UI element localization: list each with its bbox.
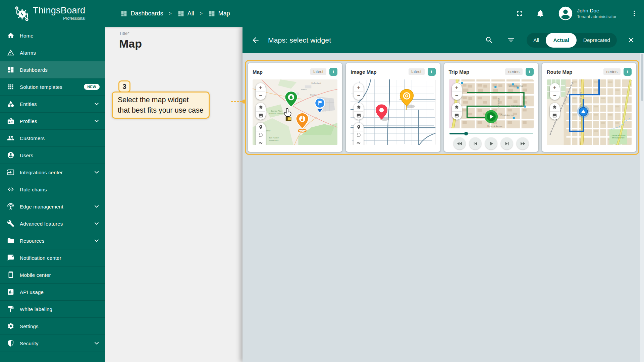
dashboards-icon	[208, 10, 215, 17]
map-control-pill	[256, 123, 266, 145]
layers-icon	[550, 104, 559, 111]
sidebar-item-label: Advanced features	[20, 221, 63, 227]
widget-info-button[interactable]: i	[428, 68, 436, 76]
sidebar-item-integrations-center[interactable]: Integrations center	[0, 164, 105, 181]
breadcrumb-label: Map	[218, 10, 230, 17]
zoom-in-icon: +	[452, 84, 462, 92]
locate-icon	[256, 123, 265, 131]
map-control-pill	[354, 123, 364, 145]
card-type-badge: series	[505, 68, 522, 75]
svg-text:Lincoln Avenue: Lincoln Avenue	[509, 85, 523, 87]
sidebar-item-resources[interactable]: Resources	[0, 232, 105, 249]
sidebar-item-profiles[interactable]: Profiles	[0, 113, 105, 130]
basemap-icon	[452, 111, 462, 119]
widget-info-button[interactable]: i	[526, 68, 534, 76]
map-preview: South Bryant Boulevard Joanne Poolman Me…	[547, 79, 632, 145]
sidebar-item-settings[interactable]: Settings	[0, 318, 105, 335]
sidebar-item-home[interactable]: Home	[0, 27, 105, 44]
sidebar-item-rule-chains[interactable]: Rule chains	[0, 181, 105, 198]
sidebar-item-edge-management[interactable]: Edge management	[0, 198, 105, 215]
logo[interactable]: ThingsBoard Professional	[13, 5, 85, 21]
close-button[interactable]	[627, 36, 635, 44]
breadcrumb-label: All	[187, 10, 194, 17]
scrollbar[interactable]	[640, 53, 644, 362]
widget-select-drawer: Maps: select widget All Actual Deprecate…	[243, 27, 644, 362]
svg-text:Shafter: Shafter	[310, 94, 316, 96]
sidebar-item-solution-templates[interactable]: Solution templatesNEW	[0, 78, 105, 96]
svg-text:Gaynor Avenue: Gaynor Avenue	[509, 105, 524, 107]
fit-bounds-icon	[354, 131, 363, 139]
tutorial-text-line: Select the map widget	[118, 95, 204, 105]
filter-option-actual[interactable]: Actual	[546, 33, 576, 48]
breadcrumb-map[interactable]: Map	[208, 10, 230, 17]
chevron-down-icon	[93, 237, 100, 244]
sidebar-item-label: Alarms	[20, 50, 36, 56]
more-menu-button[interactable]	[631, 9, 638, 17]
svg-text:Burbeck Avenue: Burbeck Avenue	[487, 125, 502, 127]
card-title: Trip Map	[449, 69, 470, 75]
card-title: Route Map	[547, 69, 573, 75]
gear-icon	[7, 322, 14, 330]
search-button[interactable]	[485, 36, 493, 44]
widget-info-button[interactable]: i	[329, 68, 337, 76]
category-icon	[7, 100, 14, 108]
dashboards-icon	[7, 66, 14, 73]
breadcrumb-dashboards[interactable]: Dashboards	[120, 10, 163, 17]
thingsboard-app: ThingsBoard Professional Dashboards > Al…	[0, 0, 644, 362]
sidebar-item-label: Dashboards	[20, 67, 48, 73]
breadcrumb: Dashboards > All > Map	[120, 10, 230, 17]
zoom-in-icon: +	[354, 84, 363, 92]
layers-icon	[256, 104, 265, 111]
sidebar-item-label: Solution templates	[20, 84, 62, 90]
measure-icon	[256, 139, 265, 145]
breadcrumb-all[interactable]: All	[177, 10, 194, 17]
chat-icon	[7, 254, 14, 261]
sidebar-item-label: API usage	[20, 289, 44, 295]
zoom-out-icon: −	[256, 92, 265, 99]
chart-icon	[7, 288, 14, 296]
sidebar-item-alarms[interactable]: Alarms	[0, 44, 105, 61]
filter-option-all[interactable]: All	[527, 33, 546, 48]
user-role: Tenant administrator	[577, 14, 616, 19]
sidebar-item-security[interactable]: Security	[0, 335, 105, 352]
sidebar-item-dashboards[interactable]: Dashboards	[0, 61, 105, 78]
sidebar-item-advanced-features[interactable]: Advanced features	[0, 215, 105, 232]
sidebar-item-label: Home	[20, 33, 34, 39]
sidebar-item-white-labeling[interactable]: White labeling	[0, 301, 105, 318]
scrollbar-thumb[interactable]	[641, 54, 643, 101]
svg-text:Garvin Avenue: Garvin Avenue	[500, 114, 514, 116]
sidebar-item-api-usage[interactable]: API usage	[0, 284, 105, 301]
sidebar-item-users[interactable]: Users	[0, 147, 105, 164]
widget-card-trip-map[interactable]: Trip Map series i	[444, 63, 538, 152]
widget-card-image-map[interactable]: Image Map latest i	[346, 63, 440, 152]
sidebar-item-label: Profiles	[20, 118, 37, 124]
skip-previous-icon	[469, 137, 481, 149]
filter-button[interactable]	[507, 36, 515, 44]
user-info[interactable]: John Doe Tenant administrator	[577, 7, 616, 19]
chevron-down-icon	[93, 220, 100, 227]
chevron-down-icon	[93, 203, 100, 210]
widget-card-map[interactable]: Map latest i	[248, 63, 342, 152]
layers-icon	[354, 104, 363, 111]
widget-info-button[interactable]: i	[624, 68, 632, 76]
card-title: Map	[253, 69, 263, 75]
avatar[interactable]	[558, 6, 573, 21]
sidebar-item-customers[interactable]: Customers	[0, 130, 105, 147]
notifications-button[interactable]	[536, 9, 545, 18]
user-name: John Doe	[577, 7, 616, 14]
sidebar-item-notification-center[interactable]: Notification center	[0, 249, 105, 266]
back-button[interactable]	[251, 36, 260, 45]
sidebar-item-entities[interactable]: Entities	[0, 96, 105, 113]
filter-option-deprecated[interactable]: Deprecated	[577, 33, 617, 48]
title-field-value[interactable]: Map	[119, 37, 243, 50]
sidebar-item-label: Edge management	[20, 204, 63, 209]
map-controls: +−	[452, 83, 462, 120]
warning-icon	[7, 49, 14, 56]
account-icon	[7, 152, 14, 159]
fullscreen-button[interactable]	[515, 9, 524, 18]
widget-filter-toggle: All Actual Deprecated	[527, 33, 617, 48]
trip-timeline-slider	[449, 132, 533, 135]
logo-title: ThingsBoard	[33, 6, 85, 15]
sidebar-item-mobile-center[interactable]: Mobile center	[0, 266, 105, 284]
widget-card-route-map[interactable]: Route Map series i	[542, 63, 636, 152]
